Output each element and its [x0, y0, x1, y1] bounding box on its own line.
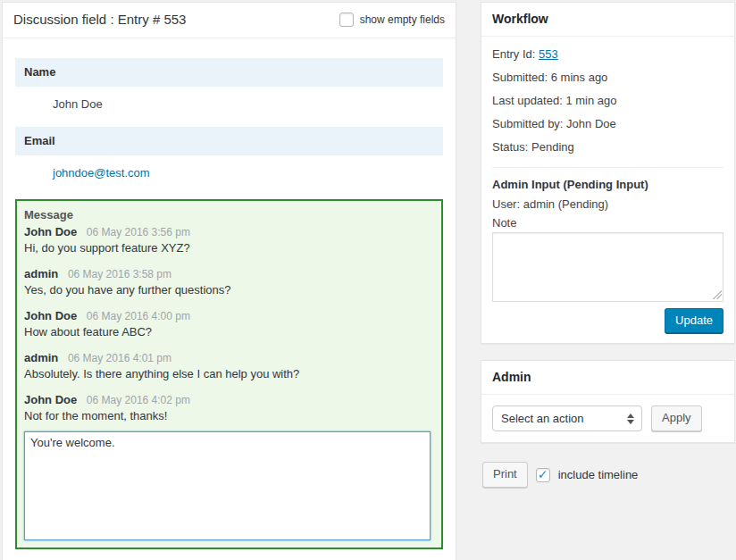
- message-text: Not for the moment, thanks!: [24, 408, 434, 424]
- discussion-message: John Doe 06 May 2016 4:00 pm How about f…: [24, 308, 434, 340]
- field-label-name: Name: [15, 58, 443, 87]
- apply-button[interactable]: Apply: [651, 405, 702, 431]
- print-section: Print include timeline: [481, 462, 735, 488]
- action-select[interactable]: Select an action: [492, 405, 642, 431]
- include-timeline-label: include timeline: [558, 468, 639, 482]
- entry-detail-body: Name John Doe Email johndoe@test.com Mes…: [3, 38, 456, 549]
- message-timestamp: 06 May 2016 4:02 pm: [87, 394, 190, 406]
- show-empty-fields-control[interactable]: show empty fields: [339, 13, 445, 27]
- note-label: Note: [492, 216, 723, 230]
- textarea-resize-handle-icon[interactable]: [713, 290, 722, 299]
- discussion-message: admin 06 May 2016 3:58 pm Yes, do you ha…: [24, 266, 434, 298]
- show-empty-fields-checkbox[interactable]: [339, 13, 354, 27]
- entry-detail-panel: Discussion field : Entry # 553 show empt…: [2, 2, 456, 560]
- message-author: admin: [24, 267, 58, 280]
- sidebar-column: Workflow Entry Id: 553 Submitted: 6 mins…: [481, 2, 735, 488]
- include-timeline-checkbox[interactable]: [536, 468, 550, 482]
- field-value-name: John Doe: [15, 87, 443, 127]
- print-button[interactable]: Print: [482, 462, 528, 488]
- last-updated-line: Last updated: 1 min ago: [492, 94, 723, 108]
- discussion-message: John Doe 06 May 2016 4:02 pm Not for the…: [24, 392, 434, 424]
- page: Discussion field : Entry # 553 show empt…: [0, 0, 736, 560]
- message-timestamp: 06 May 2016 4:01 pm: [68, 352, 171, 364]
- email-link[interactable]: johndoe@test.com: [53, 166, 150, 180]
- field-value-email: johndoe@test.com: [15, 155, 443, 196]
- message-timestamp: 06 May 2016 3:58 pm: [68, 268, 171, 280]
- select-updown-arrows-icon: [627, 414, 634, 424]
- discussion-message: admin 06 May 2016 4:01 pm Absolutely. Is…: [24, 350, 434, 382]
- note-input[interactable]: [492, 232, 723, 302]
- message-text: Absolutely. Is there anything else I can…: [24, 366, 434, 382]
- discussion-message: John Doe 06 May 2016 3:56 pm Hi, do you …: [24, 224, 434, 256]
- field-label-email: Email: [15, 127, 443, 155]
- status-line: Status: Pending: [492, 140, 723, 155]
- show-empty-fields-label: show empty fields: [360, 13, 445, 26]
- entry-detail-header: Discussion field : Entry # 553 show empt…: [3, 3, 456, 38]
- message-text: Yes, do you have any further questions?: [24, 282, 434, 298]
- message-timestamp: 06 May 2016 3:56 pm: [87, 226, 190, 238]
- workflow-panel: Workflow Entry Id: 553 Submitted: 6 mins…: [481, 2, 735, 344]
- entry-id-line: Entry Id: 553: [492, 47, 723, 62]
- admin-input-heading: Admin Input (Pending Input): [492, 177, 723, 192]
- discussion-field: Message John Doe 06 May 2016 3:56 pm Hi,…: [15, 199, 443, 549]
- message-author: admin: [24, 351, 58, 364]
- discussion-reply-input[interactable]: You're welcome.: [24, 431, 431, 540]
- message-author: John Doe: [24, 225, 77, 238]
- submitted-line: Submitted: 6 mins ago: [492, 71, 723, 85]
- submitted-by-line: Submitted by: John Doe: [492, 117, 723, 131]
- admin-panel: Admin Select an action Apply: [481, 360, 735, 443]
- update-button[interactable]: Update: [665, 308, 723, 334]
- discussion-field-label: Message: [24, 208, 434, 222]
- action-select-value: Select an action: [501, 412, 584, 425]
- admin-input-user-line: User: admin (Pending): [492, 197, 723, 212]
- message-author: John Doe: [24, 309, 77, 322]
- workflow-panel-title: Workflow: [481, 3, 734, 37]
- entry-id-label: Entry Id:: [492, 47, 535, 61]
- message-text: Hi, do you support feature XYZ?: [24, 240, 434, 256]
- page-title: Discussion field : Entry # 553: [13, 12, 186, 28]
- entry-id-link[interactable]: 553: [539, 47, 558, 61]
- workflow-divider: [492, 167, 723, 168]
- admin-panel-title: Admin: [481, 361, 734, 395]
- message-text: How about feature ABC?: [24, 324, 434, 340]
- message-author: John Doe: [24, 393, 77, 406]
- message-timestamp: 06 May 2016 4:00 pm: [87, 310, 190, 322]
